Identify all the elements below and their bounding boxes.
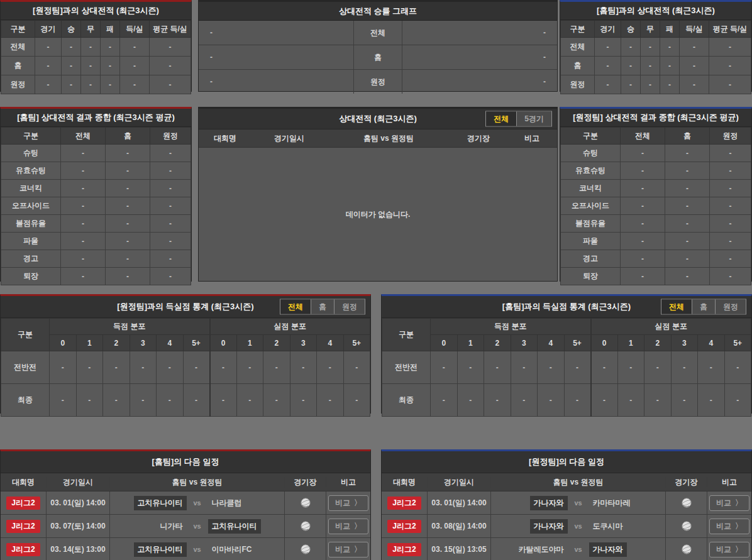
cell: - <box>120 38 150 57</box>
schedule-row: J리그2 03. 08(일) 14:00 가나자와 vs 도쿠시마 비교〉 <box>382 515 751 538</box>
cell: - <box>660 75 680 94</box>
compare-button[interactable]: 비교〉 <box>709 495 749 511</box>
toggle-away[interactable]: 원정 <box>334 300 365 314</box>
table-header-row: 구분 득점 분포 실점 분포 <box>1 319 370 335</box>
home-team-name[interactable]: 고치유나이티 <box>134 542 187 557</box>
away-team-name[interactable]: 고치유나이티 <box>208 519 261 534</box>
panel-goals-stats-vs-hometeam: [홈팀]과의 득실점 통계 (최근3시즌) 전체 홈 원정 구분 득점 분포 실… <box>381 294 752 414</box>
vs-label: vs <box>568 522 589 530</box>
cell: - <box>150 145 191 162</box>
compare-button[interactable]: 비교〉 <box>328 519 368 534</box>
table-header-row: 구분 전체 홈 원정 <box>561 128 751 145</box>
bin-header: 5+ <box>724 335 751 351</box>
away-team-name[interactable]: 나라클럽 <box>208 496 246 510</box>
graph-home-value: - <box>199 21 353 45</box>
home-team-name[interactable]: 가나자와 <box>530 496 568 510</box>
graph-away-value: - <box>402 21 557 45</box>
col-header: 홈 <box>665 128 710 145</box>
toggle-all[interactable]: 전체 <box>661 300 692 314</box>
table-header-row: 구분 전체 홈 원정 <box>1 128 191 145</box>
note-cell: 비교〉 <box>707 515 751 537</box>
compare-label: 비교 <box>335 498 350 508</box>
toggle-home[interactable]: 홈 <box>311 300 334 314</box>
row-label: 홈 <box>1 57 35 75</box>
compare-button[interactable]: 비교〉 <box>709 519 749 534</box>
stadium-globe-icon[interactable] <box>300 544 311 555</box>
empty-data-message: 데이터가 없습니다. <box>199 148 557 282</box>
cell: - <box>290 351 317 384</box>
cell: - <box>106 233 150 250</box>
match-cell: 가나자와 vs 카마타마레 <box>491 491 666 514</box>
toggle-all[interactable]: 전체 <box>280 300 311 314</box>
cell: - <box>641 57 660 75</box>
row-label: 경고 <box>561 250 621 268</box>
away-team-name[interactable]: 이마바리FC <box>208 542 256 557</box>
home-team-name[interactable]: 카탈레도야마 <box>515 542 568 557</box>
home-team-name[interactable]: 니가타 <box>157 519 187 534</box>
stadium-globe-icon[interactable] <box>681 544 692 555</box>
datetime-cell: 03. 01(일) 14:00 <box>47 491 110 514</box>
stadium-globe-icon[interactable] <box>681 497 692 508</box>
league-badge: J리그2 <box>387 520 421 533</box>
cell: - <box>106 162 150 180</box>
compare-button[interactable]: 비교〉 <box>328 495 368 511</box>
cell: - <box>710 180 751 197</box>
toggle-home[interactable]: 홈 <box>692 300 715 314</box>
cell: - <box>236 384 263 417</box>
table-row: 유효슈팅--- <box>1 162 191 180</box>
panel-title: [원정팀]과의 상대전적 (최근3시즌) <box>1 2 191 20</box>
row-label: 오프사이드 <box>1 197 61 215</box>
col-header: 경기 <box>35 21 62 38</box>
stadium-globe-icon[interactable] <box>300 520 311 532</box>
panel-title: [홈팀]의 다음 일정 <box>1 451 370 473</box>
cell: - <box>150 180 191 197</box>
col-header: 구분 <box>561 21 595 38</box>
bin-header: 4 <box>157 335 184 351</box>
away-team-name[interactable]: 도쿠시마 <box>589 519 627 534</box>
cell: - <box>617 384 644 417</box>
cell: - <box>710 215 751 233</box>
cell: - <box>106 268 150 285</box>
goals-away-filter-toggle-group: 전체 홈 원정 <box>280 299 365 315</box>
league-badge: J리그2 <box>6 543 40 556</box>
home-team-name[interactable]: 가나자와 <box>530 519 568 534</box>
cell: - <box>35 75 62 94</box>
cell: - <box>665 268 710 285</box>
h2h-home-table: 구분 경기 승 무 패 득/실 평균 득/실 전체------ 홈------ … <box>560 20 751 94</box>
table-row: 전체------ <box>1 38 191 57</box>
toggle-last5[interactable]: 5경기 <box>516 112 551 126</box>
col-header-league: 대회명 <box>199 133 252 144</box>
table-header-row: 구분 경기 승 무 패 득/실 평균 득/실 <box>561 21 751 38</box>
panel-goals-stats-vs-awayteam: [원정팀]과의 득실점 통계 (최근3시즌) 전체 홈 원정 구분 득점 분포 … <box>0 294 371 414</box>
compare-button[interactable]: 비교〉 <box>709 542 749 557</box>
bin-header: 3 <box>671 335 698 351</box>
table-row: 슈팅--- <box>1 145 191 162</box>
toggle-away[interactable]: 원정 <box>715 300 746 314</box>
cell: - <box>61 233 106 250</box>
row-label: 코너킥 <box>561 180 621 197</box>
cell: - <box>150 233 191 250</box>
toggle-all[interactable]: 전체 <box>486 112 516 126</box>
compare-label: 비교 <box>716 498 731 508</box>
cell: - <box>680 57 709 75</box>
table-row: 홈------ <box>561 57 751 75</box>
col-header-datetime: 경기일시 <box>252 133 327 144</box>
schedule-row: J리그2 03. 07(토) 14:00 니가타 vs 고치유나이티 비교〉 <box>1 515 370 538</box>
cell: - <box>35 57 62 75</box>
compare-button[interactable]: 비교〉 <box>328 542 368 557</box>
stadium-globe-icon[interactable] <box>681 520 692 532</box>
table-row: 파울--- <box>561 233 751 250</box>
away-team-name[interactable]: 가나자와 <box>589 542 627 557</box>
cell: - <box>61 162 106 180</box>
bin-header: 0 <box>210 335 237 351</box>
cell: - <box>710 162 751 180</box>
league-badge: J리그2 <box>6 520 40 533</box>
cell: - <box>710 197 751 215</box>
row-label: 코너킥 <box>1 180 61 197</box>
datetime-cell: 03. 01(일) 14:00 <box>428 491 491 514</box>
away-team-name[interactable]: 카마타마레 <box>589 496 634 510</box>
col-header: 승 <box>621 21 641 38</box>
cell: - <box>680 38 709 57</box>
home-team-name[interactable]: 고치유나이티 <box>134 496 187 510</box>
stadium-globe-icon[interactable] <box>300 497 311 508</box>
